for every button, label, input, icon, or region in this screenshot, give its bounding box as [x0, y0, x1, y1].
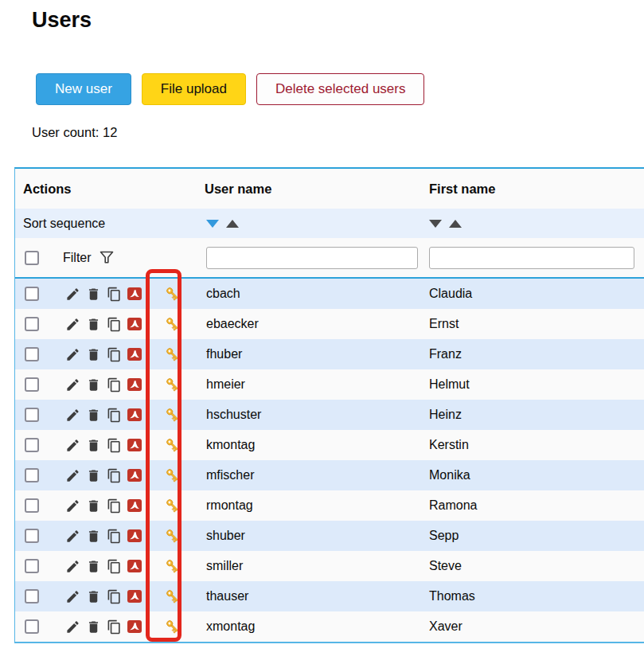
pdf-icon[interactable]: [127, 498, 142, 514]
delete-icon[interactable]: [85, 588, 101, 604]
table-row: rmontag Ramona: [15, 490, 644, 521]
key-icon[interactable]: [165, 286, 181, 302]
edit-icon[interactable]: [64, 528, 80, 544]
select-all-checkbox[interactable]: [25, 251, 39, 265]
delete-icon[interactable]: [85, 619, 101, 635]
delete-icon[interactable]: [85, 407, 101, 423]
pdf-icon[interactable]: [127, 467, 142, 483]
key-icon[interactable]: [165, 528, 181, 544]
delete-icon[interactable]: [85, 316, 101, 332]
page: Users New user File upload Delete select…: [0, 0, 644, 664]
edit-icon[interactable]: [64, 467, 80, 483]
edit-icon[interactable]: [64, 316, 80, 332]
row-checkbox[interactable]: [25, 377, 39, 392]
sort-descending-icon[interactable]: [429, 220, 442, 228]
row-checkbox[interactable]: [25, 559, 39, 573]
key-icon[interactable]: [165, 407, 181, 423]
first-name-cell: Ernst: [424, 317, 644, 331]
table-body: cbach Claudia: [15, 277, 644, 642]
delete-icon[interactable]: [85, 286, 101, 302]
pdf-icon[interactable]: [127, 377, 142, 393]
user-name-filter-cell: [200, 247, 424, 269]
actions-cell: [15, 286, 200, 302]
delete-icon[interactable]: [85, 437, 101, 453]
row-checkbox[interactable]: [25, 408, 39, 422]
copy-icon[interactable]: [106, 467, 122, 483]
edit-icon[interactable]: [64, 588, 80, 604]
copy-icon[interactable]: [106, 619, 122, 635]
edit-icon[interactable]: [64, 437, 80, 453]
row-checkbox[interactable]: [25, 347, 39, 361]
actions-cell: [15, 619, 200, 635]
key-icon[interactable]: [165, 558, 181, 574]
actions-cell: [15, 437, 200, 453]
key-icon[interactable]: [165, 316, 181, 332]
sort-ascending-icon[interactable]: [449, 220, 462, 228]
key-icon[interactable]: [165, 619, 181, 635]
pdf-icon[interactable]: [127, 407, 142, 423]
copy-icon[interactable]: [106, 437, 122, 453]
sort-ascending-icon[interactable]: [226, 220, 239, 228]
file-upload-button[interactable]: File upload: [142, 73, 246, 105]
pdf-icon[interactable]: [127, 346, 142, 362]
pdf-icon[interactable]: [127, 437, 142, 453]
edit-icon[interactable]: [64, 619, 80, 635]
user-name-cell: rmontag: [200, 498, 424, 513]
edit-icon[interactable]: [64, 407, 80, 423]
row-checkbox[interactable]: [25, 619, 39, 634]
delete-icon[interactable]: [85, 558, 101, 574]
key-icon[interactable]: [165, 498, 181, 514]
pdf-icon[interactable]: [127, 558, 142, 574]
user-count: User count: 12: [32, 125, 117, 140]
row-checkbox[interactable]: [25, 438, 39, 452]
delete-icon[interactable]: [85, 377, 101, 393]
first-name-cell: Xaver: [424, 619, 644, 634]
key-icon[interactable]: [165, 437, 181, 453]
row-checkbox[interactable]: [25, 287, 39, 301]
user-name-cell: xmontag: [200, 619, 424, 634]
key-icon[interactable]: [165, 377, 181, 393]
delete-icon[interactable]: [85, 467, 101, 483]
row-checkbox[interactable]: [25, 468, 39, 482]
user-name-filter-input[interactable]: [206, 247, 418, 269]
row-checkbox[interactable]: [25, 529, 39, 543]
user-name-cell: fhuber: [200, 347, 424, 361]
delete-icon[interactable]: [85, 528, 101, 544]
row-checkbox[interactable]: [25, 317, 39, 331]
copy-icon[interactable]: [106, 528, 122, 544]
new-user-button[interactable]: New user: [36, 73, 131, 105]
copy-icon[interactable]: [106, 558, 122, 574]
key-icon[interactable]: [165, 467, 181, 483]
row-checkbox[interactable]: [25, 498, 39, 513]
delete-selected-users-button[interactable]: Delete selected users: [256, 73, 424, 105]
edit-icon[interactable]: [64, 377, 80, 393]
column-header-first-name: First name: [424, 182, 644, 197]
row-checkbox[interactable]: [25, 589, 39, 603]
edit-icon[interactable]: [64, 346, 80, 362]
key-icon[interactable]: [165, 346, 181, 362]
copy-icon[interactable]: [106, 588, 122, 604]
pdf-icon[interactable]: [127, 286, 142, 302]
delete-icon[interactable]: [85, 498, 101, 514]
pdf-icon[interactable]: [127, 588, 142, 604]
pdf-icon[interactable]: [127, 528, 142, 544]
first-name-filter-input[interactable]: [429, 247, 634, 269]
edit-icon[interactable]: [64, 286, 80, 302]
copy-icon[interactable]: [106, 286, 122, 302]
edit-icon[interactable]: [64, 558, 80, 574]
edit-icon[interactable]: [64, 498, 80, 514]
copy-icon[interactable]: [106, 346, 122, 362]
user-name-cell: hmeier: [200, 377, 424, 392]
sort-descending-icon[interactable]: [206, 220, 219, 228]
page-title: Users: [32, 8, 92, 33]
copy-icon[interactable]: [106, 316, 122, 332]
table-header-row: Actions User name First name: [15, 169, 644, 209]
pdf-icon[interactable]: [127, 619, 142, 635]
filter-funnel-icon[interactable]: [100, 251, 114, 264]
copy-icon[interactable]: [106, 407, 122, 423]
key-icon[interactable]: [165, 588, 181, 604]
pdf-icon[interactable]: [127, 316, 142, 332]
copy-icon[interactable]: [106, 498, 122, 514]
copy-icon[interactable]: [106, 377, 122, 393]
delete-icon[interactable]: [85, 346, 101, 362]
